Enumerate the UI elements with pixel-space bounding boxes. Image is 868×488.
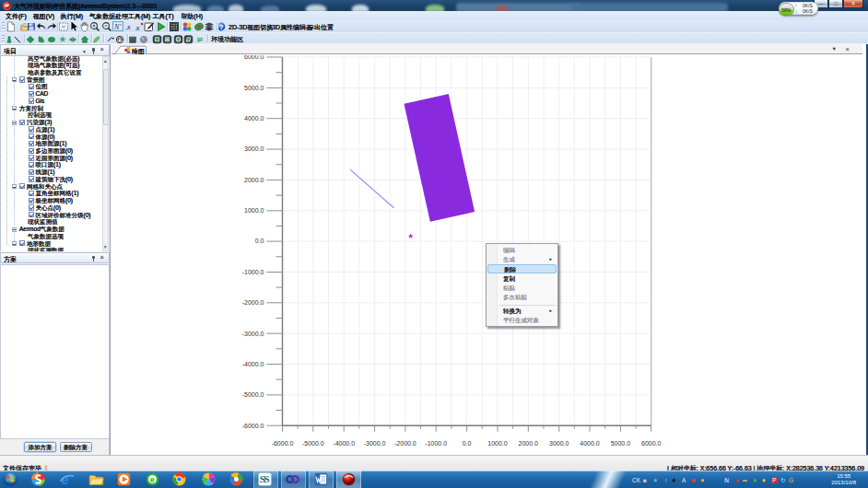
svg-text:-6000.0: -6000.0 — [272, 440, 294, 447]
svg-text:1000.0: 1000.0 — [244, 207, 264, 214]
svg-text:-5000.0: -5000.0 — [302, 440, 324, 447]
svg-text:-2000.0: -2000.0 — [394, 440, 416, 447]
svg-text:5000.0: 5000.0 — [244, 84, 264, 90]
svg-text:3000.0: 3000.0 — [244, 145, 264, 152]
svg-text:4000.0: 4000.0 — [580, 440, 600, 447]
svg-text:0.0: 0.0 — [255, 238, 264, 244]
svg-text:-2000.0: -2000.0 — [242, 299, 264, 306]
svg-text:?: ? — [220, 24, 224, 30]
svg-text:0.0: 0.0 — [463, 440, 472, 447]
svg-text:e: e — [150, 475, 155, 484]
svg-text:6000.0: 6000.0 — [244, 55, 264, 60]
svg-text:4000.0: 4000.0 — [244, 115, 264, 122]
svg-text:S: S — [264, 473, 269, 484]
svg-text:6000.0: 6000.0 — [641, 440, 662, 447]
svg-text:x: x — [120, 22, 122, 27]
svg-text:3000.0: 3000.0 — [549, 440, 569, 447]
svg-text:-5000.0: -5000.0 — [242, 391, 264, 398]
svg-text:-4000.0: -4000.0 — [242, 360, 264, 366]
svg-text:-3000.0: -3000.0 — [364, 440, 386, 447]
svg-text:2000.0: 2000.0 — [244, 176, 264, 182]
svg-text:-1000.0: -1000.0 — [242, 268, 264, 274]
svg-text:-1000.0: -1000.0 — [425, 440, 447, 447]
svg-text:-4000.0: -4000.0 — [333, 440, 355, 447]
svg-text:1000.0: 1000.0 — [487, 440, 508, 447]
svg-text:.x: .x — [125, 23, 131, 31]
svg-text:5000.0: 5000.0 — [611, 440, 631, 447]
svg-text:-3000.0: -3000.0 — [242, 330, 264, 336]
svg-text:x: x — [135, 23, 139, 32]
svg-text:N: N — [113, 23, 120, 31]
svg-text:-6000.0: -6000.0 — [242, 422, 264, 428]
svg-text:2000.0: 2000.0 — [519, 440, 539, 447]
